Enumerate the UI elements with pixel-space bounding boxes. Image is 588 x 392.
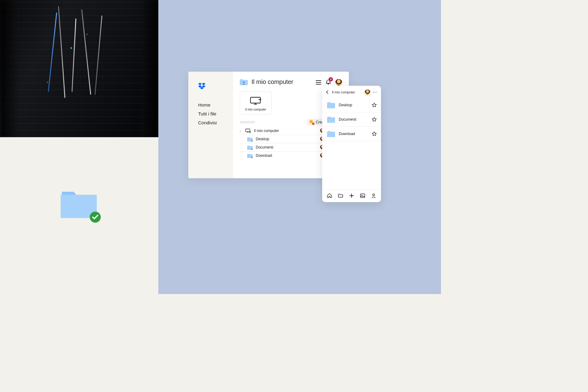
tab-home-icon[interactable] xyxy=(327,193,332,198)
notification-badge: 3 xyxy=(329,77,333,81)
list-item[interactable]: Download xyxy=(322,127,381,141)
star-icon[interactable] xyxy=(372,131,377,136)
list-item-label: Documenti xyxy=(339,117,368,122)
folder-icon xyxy=(247,153,253,158)
folder-icon xyxy=(247,137,253,141)
row-label: Documenti xyxy=(256,145,273,149)
mobile-tabbar xyxy=(322,190,381,202)
more-button[interactable]: ⋯ xyxy=(373,90,377,95)
create-icon xyxy=(310,120,314,124)
dropbox-logo-icon[interactable] xyxy=(198,82,205,89)
row-label: Il mio computer xyxy=(254,129,279,133)
computer-card[interactable]: Il mio computer xyxy=(240,92,272,115)
row-label: Desktop xyxy=(256,137,269,141)
header-folder-icon xyxy=(240,79,248,85)
user-avatar[interactable] xyxy=(335,79,342,86)
list-item[interactable]: Documenti xyxy=(322,112,381,127)
folder-icon xyxy=(247,145,253,150)
list-item[interactable]: Desktop xyxy=(322,98,381,112)
sidebar-item-all-files[interactable]: Tutti i file xyxy=(188,109,233,118)
notifications-button[interactable]: 3 xyxy=(326,79,331,86)
mobile-window: Il mio computer ⋯ Desktop Documenti Down… xyxy=(322,86,381,202)
row-label: Download xyxy=(256,153,272,158)
folder-icon xyxy=(327,130,335,137)
star-icon[interactable] xyxy=(372,103,377,107)
tab-account-icon[interactable] xyxy=(371,193,376,198)
back-button[interactable] xyxy=(325,90,330,94)
star-icon[interactable] xyxy=(372,117,377,122)
expand-triangle-icon[interactable]: ▸ xyxy=(240,129,242,132)
folder-icon xyxy=(327,116,335,123)
tab-add-icon[interactable] xyxy=(349,193,354,198)
mobile-list: Desktop Documenti Download xyxy=(322,98,381,190)
placeholder xyxy=(240,121,255,123)
menu-icon[interactable] xyxy=(316,80,321,85)
folder-illustration xyxy=(0,137,158,294)
list-item-label: Download xyxy=(339,132,368,136)
large-checkmark-icon xyxy=(89,211,101,223)
sidebar: Home Tutti i file Condivisi xyxy=(188,72,233,178)
tab-files-icon[interactable] xyxy=(338,193,343,198)
tab-photos-icon[interactable] xyxy=(360,193,365,198)
mobile-avatar[interactable] xyxy=(365,89,370,95)
server-rack-photo xyxy=(0,0,158,137)
computer-card-label: Il mio computer xyxy=(245,108,266,111)
sidebar-item-shared[interactable]: Condivisi xyxy=(188,118,233,127)
computer-icon xyxy=(245,129,251,133)
mobile-title: Il mio computer xyxy=(332,90,362,94)
folder-icon xyxy=(327,102,335,108)
list-item-label: Desktop xyxy=(339,103,368,107)
page-title: Il mio computer xyxy=(251,78,293,85)
sidebar-item-home[interactable]: Home xyxy=(188,100,233,109)
